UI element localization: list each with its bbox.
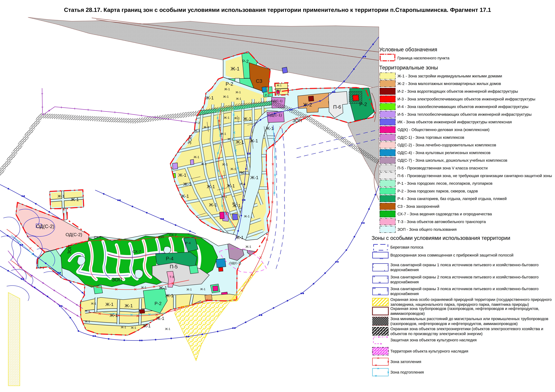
special-legend-row: Зона санитарной охраны 1 пояса источнико… [372, 263, 555, 272]
zone-legend-row: П-6 - Производственная зона, не требующа… [379, 172, 555, 179]
special-label: Зона минимальных расстояний до магистрал… [390, 316, 548, 326]
special-swatch-pipeline [372, 307, 389, 316]
special-label: Зона санитарной охраны 2 пояса источнико… [390, 275, 539, 285]
map-label: Ж-1 [186, 288, 192, 291]
special-legend-row: Береговая полоса [372, 243, 555, 251]
map-label: Ж-1 [58, 194, 65, 198]
map-label: Ж-1 [105, 302, 114, 307]
zone-swatch [380, 188, 395, 194]
zone-label: П-6 - Производственная зона, не требующа… [397, 172, 552, 180]
special-label-line: Береговая полоса [390, 245, 423, 250]
zone-swatch [380, 203, 395, 210]
special-swatch-shore [372, 243, 389, 252]
zone-label: ОД(С-1) - Зона торговых комплексов [397, 134, 464, 141]
special-label-line: (газопроводов, нефтепроводов и нефтепрод… [390, 321, 548, 326]
special-legend-row: Зона санитарной охраны 2 пояса источнико… [372, 275, 555, 284]
zone-swatch [380, 142, 395, 148]
special-swatch-sanitary1 [372, 263, 389, 272]
special-label: Береговая полоса [390, 245, 423, 250]
zone-legend-row: Р-1 - Зона городских лесов, лесопарков, … [379, 179, 555, 187]
zone-label: ОД(С-4) - Зона культовых религиозных ком… [397, 149, 490, 157]
map-label: Р-4 [166, 256, 174, 261]
map-label: Ж-1 [71, 197, 79, 202]
special-label-line: водоснабжения [390, 291, 539, 296]
zone-legend-row: И-5 - Зона теплообеспечивающих объектов … [379, 110, 555, 118]
map-label: ЗОП [158, 235, 164, 239]
special-label-line: Зона затопления [390, 359, 421, 364]
zone-swatch [380, 172, 395, 179]
special-legend-row: Зона затопления [372, 357, 555, 366]
map-label: ОД(С-7) [229, 261, 241, 265]
zone-swatch [380, 134, 395, 141]
map-label: Ж-1 [243, 116, 251, 121]
pipeline-corridor-band [28, 17, 379, 89]
map-label: Ж-1 [209, 202, 217, 207]
zone-label: ЗОП - Зона общего пользования [397, 226, 457, 233]
map-label: Ж-1 [183, 182, 191, 187]
map-label: Ж-1 [224, 87, 230, 91]
zone-swatch [380, 111, 395, 118]
zone-legend-row: Р-4 - Зона санаториев, баз отдыха, лагер… [379, 195, 555, 202]
zone-legend-row: И-3 - Зона электрообеспечивающих объекто… [379, 95, 555, 103]
map-label: Ж-1 [240, 182, 246, 185]
map-label: Ж-1 [85, 309, 90, 313]
zone-label: Ж-1 - Зона застройки индивидуальными жил… [397, 72, 502, 80]
map-label: СХ-7 [94, 235, 101, 239]
map-label: Ж-1 [266, 126, 274, 131]
special-label-line: Водоохранная зона совмещенная с прибрежн… [390, 253, 513, 258]
special-label-line: Зона санитарной охраны 3 пояса источнико… [390, 286, 539, 291]
map-label: Ж-1 [232, 202, 238, 205]
map-label: Ж-1 [85, 320, 90, 323]
legend-panel: Условные обозначения Граница населенного… [379, 47, 555, 233]
map-label: Ж-1 [206, 95, 214, 100]
zone-legend-row: Т-3 - Зона объектов автомобильного транс… [379, 218, 555, 226]
special-legend-row: Охранная зона объектов электроэнергетики… [372, 327, 555, 336]
special-label-line: Защитная зона объектов культурного насле… [390, 338, 477, 342]
special-swatch-nature [372, 298, 389, 307]
special-label: Охранная зона особо охраняемой природной… [390, 297, 552, 307]
special-label: Зона санитарной охраны 3 пояса источнико… [390, 286, 539, 296]
special-swatch-sanitary2 [372, 275, 389, 284]
zones-header: Территориальные зоны [379, 65, 555, 71]
zone-swatch [380, 103, 395, 110]
zone-swatch [380, 211, 395, 217]
map-label: ЗОП [292, 118, 302, 123]
zone-label: И-2 - Зона водоотводящих объектов инжене… [397, 87, 518, 95]
special-label-line: аммиакопроводов) [390, 311, 539, 316]
boundary-swatch [380, 54, 395, 61]
zone-label: СЗ - Зона захоронений [397, 202, 439, 210]
zone-label: СХ-7 - Зона ведения садоводства и огород… [397, 210, 492, 218]
map-label: Ж-1 [250, 138, 258, 143]
map-label: ОД(С-1) [268, 113, 282, 117]
zone-legend-row: СЗ - Зона захоронений [379, 202, 555, 210]
map-label: Ж-1 [276, 89, 281, 92]
zone-legend-row: СХ-7 - Зона ведения садоводства и огород… [379, 210, 555, 218]
zone-legend-row: П-5 - Производственная зона V класса опа… [379, 164, 555, 172]
map-label: Ж-1 [236, 140, 244, 144]
special-swatch-heritage_zone [372, 336, 391, 345]
special-label-line: объектов по производству электрической э… [390, 331, 543, 336]
special-swatch-waterguard [372, 251, 389, 259]
special-swatch-power [372, 327, 389, 336]
special-legend-row: Территория объекта культурного наследия [372, 347, 555, 356]
special-label: Охранная зона трубопроводов (газопроводо… [390, 306, 539, 316]
map-label: Ж-1 [221, 195, 227, 198]
map-label: Ж-1 [141, 286, 146, 289]
special-legend-row: Охранная зона трубопроводов (газопроводо… [372, 307, 555, 315]
zone-swatch [380, 180, 395, 187]
map-label: Ж-1 [156, 316, 164, 321]
special-label-line: Охранная зона особо охраняемой природной… [390, 297, 552, 302]
map-label: Ж-1 [125, 303, 133, 308]
zone-swatch [380, 126, 395, 133]
zone-label: ОД(К) - Общественно-деловая зона (компле… [397, 126, 489, 134]
map-label: Ж-1 [227, 183, 235, 188]
map-label: Ж-1 [230, 167, 236, 171]
map-label: Р-2 [154, 301, 161, 306]
map-label: Ж-1 [277, 84, 282, 87]
special-label-line: Зона минимальных расстояний до магистрал… [390, 316, 548, 321]
zone-legend-row: ОД(С-4) - Зона культовых религиозных ком… [379, 149, 555, 157]
zone-label: Т-3 - Зона объектов автомобильного транс… [397, 218, 486, 226]
zone-legend-list: Ж-1 - Зона застройки индивидуальными жил… [379, 72, 555, 233]
map-label: СЗ [256, 78, 262, 84]
map-label: Ж-1 [244, 214, 250, 218]
